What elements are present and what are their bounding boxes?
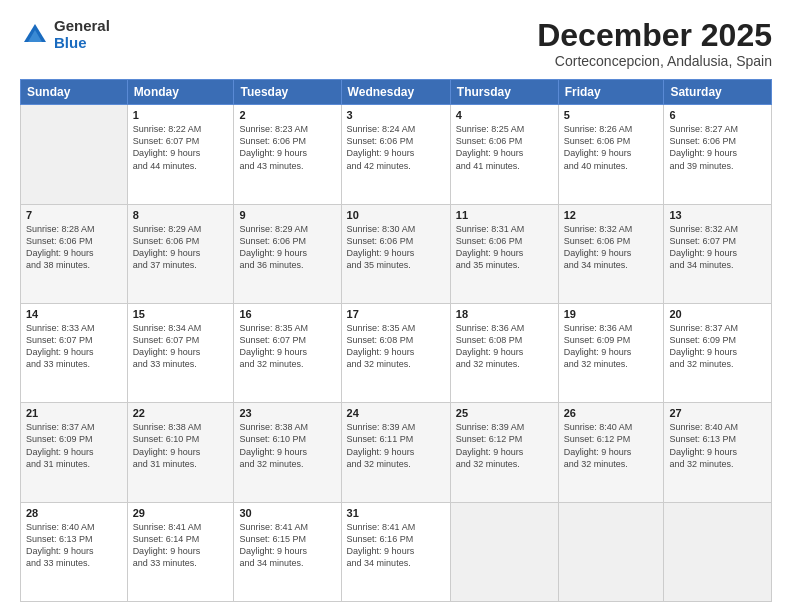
day-number: 19 [564,308,659,320]
calendar-cell: 24Sunrise: 8:39 AM Sunset: 6:11 PM Dayli… [341,403,450,502]
day-info: Sunrise: 8:32 AM Sunset: 6:07 PM Dayligh… [669,223,766,272]
day-info: Sunrise: 8:39 AM Sunset: 6:11 PM Dayligh… [347,421,445,470]
day-info: Sunrise: 8:41 AM Sunset: 6:16 PM Dayligh… [347,521,445,570]
week-row-4: 21Sunrise: 8:37 AM Sunset: 6:09 PM Dayli… [21,403,772,502]
day-number: 11 [456,209,553,221]
calendar-cell: 15Sunrise: 8:34 AM Sunset: 6:07 PM Dayli… [127,303,234,402]
page: General Blue December 2025 Corteconcepci… [0,0,792,612]
calendar-cell: 31Sunrise: 8:41 AM Sunset: 6:16 PM Dayli… [341,502,450,601]
day-info: Sunrise: 8:40 AM Sunset: 6:13 PM Dayligh… [669,421,766,470]
day-number: 20 [669,308,766,320]
calendar-cell: 11Sunrise: 8:31 AM Sunset: 6:06 PM Dayli… [450,204,558,303]
calendar-cell [664,502,772,601]
logo-blue: Blue [54,35,110,52]
day-number: 12 [564,209,659,221]
day-info: Sunrise: 8:27 AM Sunset: 6:06 PM Dayligh… [669,123,766,172]
day-number: 27 [669,407,766,419]
day-info: Sunrise: 8:38 AM Sunset: 6:10 PM Dayligh… [239,421,335,470]
day-number: 6 [669,109,766,121]
logo-text: General Blue [54,18,110,51]
calendar-cell: 8Sunrise: 8:29 AM Sunset: 6:06 PM Daylig… [127,204,234,303]
day-number: 1 [133,109,229,121]
calendar-cell [450,502,558,601]
day-info: Sunrise: 8:35 AM Sunset: 6:07 PM Dayligh… [239,322,335,371]
main-title: December 2025 [537,18,772,53]
day-number: 31 [347,507,445,519]
calendar-cell: 7Sunrise: 8:28 AM Sunset: 6:06 PM Daylig… [21,204,128,303]
calendar-cell: 1Sunrise: 8:22 AM Sunset: 6:07 PM Daylig… [127,105,234,204]
day-number: 29 [133,507,229,519]
day-info: Sunrise: 8:41 AM Sunset: 6:15 PM Dayligh… [239,521,335,570]
week-row-5: 28Sunrise: 8:40 AM Sunset: 6:13 PM Dayli… [21,502,772,601]
week-row-2: 7Sunrise: 8:28 AM Sunset: 6:06 PM Daylig… [21,204,772,303]
calendar-cell: 21Sunrise: 8:37 AM Sunset: 6:09 PM Dayli… [21,403,128,502]
calendar-header-row: SundayMondayTuesdayWednesdayThursdayFrid… [21,80,772,105]
calendar-cell: 9Sunrise: 8:29 AM Sunset: 6:06 PM Daylig… [234,204,341,303]
day-info: Sunrise: 8:24 AM Sunset: 6:06 PM Dayligh… [347,123,445,172]
column-header-tuesday: Tuesday [234,80,341,105]
calendar-cell: 13Sunrise: 8:32 AM Sunset: 6:07 PM Dayli… [664,204,772,303]
day-info: Sunrise: 8:38 AM Sunset: 6:10 PM Dayligh… [133,421,229,470]
day-info: Sunrise: 8:29 AM Sunset: 6:06 PM Dayligh… [239,223,335,272]
day-number: 7 [26,209,122,221]
calendar-cell: 25Sunrise: 8:39 AM Sunset: 6:12 PM Dayli… [450,403,558,502]
day-info: Sunrise: 8:32 AM Sunset: 6:06 PM Dayligh… [564,223,659,272]
day-info: Sunrise: 8:40 AM Sunset: 6:12 PM Dayligh… [564,421,659,470]
calendar-cell: 27Sunrise: 8:40 AM Sunset: 6:13 PM Dayli… [664,403,772,502]
calendar-cell: 20Sunrise: 8:37 AM Sunset: 6:09 PM Dayli… [664,303,772,402]
logo-icon [20,20,50,50]
calendar-cell: 22Sunrise: 8:38 AM Sunset: 6:10 PM Dayli… [127,403,234,502]
day-info: Sunrise: 8:35 AM Sunset: 6:08 PM Dayligh… [347,322,445,371]
day-info: Sunrise: 8:34 AM Sunset: 6:07 PM Dayligh… [133,322,229,371]
day-number: 5 [564,109,659,121]
calendar-cell: 4Sunrise: 8:25 AM Sunset: 6:06 PM Daylig… [450,105,558,204]
calendar-cell: 16Sunrise: 8:35 AM Sunset: 6:07 PM Dayli… [234,303,341,402]
day-number: 28 [26,507,122,519]
day-info: Sunrise: 8:29 AM Sunset: 6:06 PM Dayligh… [133,223,229,272]
week-row-3: 14Sunrise: 8:33 AM Sunset: 6:07 PM Dayli… [21,303,772,402]
day-info: Sunrise: 8:40 AM Sunset: 6:13 PM Dayligh… [26,521,122,570]
logo: General Blue [20,18,110,51]
calendar-cell: 6Sunrise: 8:27 AM Sunset: 6:06 PM Daylig… [664,105,772,204]
day-info: Sunrise: 8:33 AM Sunset: 6:07 PM Dayligh… [26,322,122,371]
title-block: December 2025 Corteconcepcion, Andalusia… [537,18,772,69]
calendar-cell: 28Sunrise: 8:40 AM Sunset: 6:13 PM Dayli… [21,502,128,601]
day-info: Sunrise: 8:37 AM Sunset: 6:09 PM Dayligh… [669,322,766,371]
day-info: Sunrise: 8:37 AM Sunset: 6:09 PM Dayligh… [26,421,122,470]
header: General Blue December 2025 Corteconcepci… [20,18,772,69]
day-info: Sunrise: 8:22 AM Sunset: 6:07 PM Dayligh… [133,123,229,172]
day-number: 24 [347,407,445,419]
calendar-cell: 18Sunrise: 8:36 AM Sunset: 6:08 PM Dayli… [450,303,558,402]
day-info: Sunrise: 8:36 AM Sunset: 6:09 PM Dayligh… [564,322,659,371]
day-info: Sunrise: 8:28 AM Sunset: 6:06 PM Dayligh… [26,223,122,272]
day-number: 18 [456,308,553,320]
calendar-cell: 17Sunrise: 8:35 AM Sunset: 6:08 PM Dayli… [341,303,450,402]
day-number: 26 [564,407,659,419]
calendar-cell: 26Sunrise: 8:40 AM Sunset: 6:12 PM Dayli… [558,403,664,502]
day-number: 16 [239,308,335,320]
calendar-cell: 3Sunrise: 8:24 AM Sunset: 6:06 PM Daylig… [341,105,450,204]
subtitle: Corteconcepcion, Andalusia, Spain [537,53,772,69]
day-number: 3 [347,109,445,121]
column-header-monday: Monday [127,80,234,105]
calendar-cell: 23Sunrise: 8:38 AM Sunset: 6:10 PM Dayli… [234,403,341,502]
day-number: 2 [239,109,335,121]
calendar-cell: 10Sunrise: 8:30 AM Sunset: 6:06 PM Dayli… [341,204,450,303]
calendar-cell: 12Sunrise: 8:32 AM Sunset: 6:06 PM Dayli… [558,204,664,303]
column-header-friday: Friday [558,80,664,105]
day-info: Sunrise: 8:30 AM Sunset: 6:06 PM Dayligh… [347,223,445,272]
day-info: Sunrise: 8:26 AM Sunset: 6:06 PM Dayligh… [564,123,659,172]
day-number: 10 [347,209,445,221]
day-number: 23 [239,407,335,419]
day-number: 22 [133,407,229,419]
calendar-cell: 29Sunrise: 8:41 AM Sunset: 6:14 PM Dayli… [127,502,234,601]
day-number: 25 [456,407,553,419]
day-number: 9 [239,209,335,221]
day-number: 14 [26,308,122,320]
column-header-wednesday: Wednesday [341,80,450,105]
calendar: SundayMondayTuesdayWednesdayThursdayFrid… [20,79,772,602]
calendar-cell: 5Sunrise: 8:26 AM Sunset: 6:06 PM Daylig… [558,105,664,204]
day-info: Sunrise: 8:36 AM Sunset: 6:08 PM Dayligh… [456,322,553,371]
day-info: Sunrise: 8:41 AM Sunset: 6:14 PM Dayligh… [133,521,229,570]
day-number: 30 [239,507,335,519]
